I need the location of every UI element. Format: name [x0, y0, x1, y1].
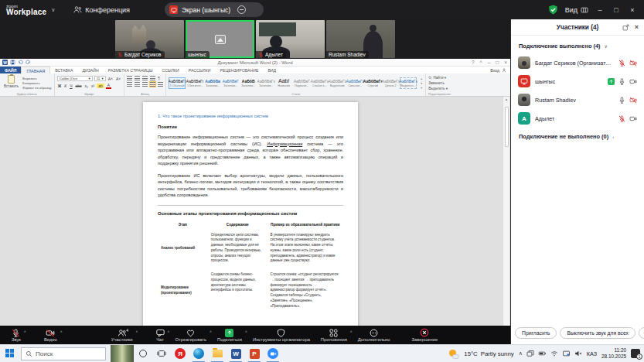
volume-muted-icon[interactable] — [574, 350, 582, 357]
logo-chevron-down-icon[interactable]: ∨ — [51, 7, 55, 13]
cut-button[interactable]: Вырезать — [22, 77, 52, 80]
underline-button[interactable]: Ч — [69, 84, 73, 88]
search-box[interactable]: Поиск — [21, 347, 106, 360]
document-page[interactable]: 1. Что такое проектирование информационн… — [143, 102, 358, 326]
align-left-button[interactable] — [127, 82, 132, 87]
help-icon[interactable]: ? — [472, 60, 475, 65]
camera-muted-icon[interactable] — [629, 97, 637, 104]
strikethrough-button[interactable]: abc — [74, 84, 82, 88]
tab-page-layout[interactable]: РАЗМЕТКА СТРАНИЦЫ — [104, 67, 158, 73]
style-normal[interactable]: АаБбВвГг1 Обычный — [169, 77, 186, 89]
video-menu-chevron[interactable]: ∧ — [60, 330, 63, 334]
format-painter-button[interactable]: Формат по образцу — [22, 86, 52, 90]
popout-icon[interactable] — [622, 24, 629, 31]
highlight-color-button[interactable]: ab — [97, 84, 104, 88]
connected-section-header[interactable]: Подключение выполнено (4)∨ — [511, 36, 644, 53]
camera-muted-icon[interactable] — [629, 60, 637, 67]
save-icon[interactable] — [10, 60, 15, 65]
style-intense-quote[interactable]: АаБбВвГзВыделенн... — [400, 77, 417, 89]
font-size-combo[interactable]: 11▾ — [94, 76, 106, 81]
participant-row-rustam[interactable]: Rustam Shadiev — [511, 90, 644, 109]
style-subtle-emphasis[interactable]: АаБбВвГзСлабое в... — [311, 78, 328, 88]
close-button[interactable]: × — [628, 6, 637, 14]
shrink-font-button[interactable]: A˅ — [115, 77, 121, 81]
mic-icon[interactable] — [618, 78, 625, 85]
camera-icon[interactable] — [629, 78, 637, 85]
superscript-button[interactable]: x² — [90, 84, 95, 88]
panel-more-button[interactable]: ··· — [639, 327, 644, 339]
window-stack-icon[interactable] — [526, 350, 534, 357]
word-close-icon[interactable]: × — [504, 60, 507, 65]
host-tools-button[interactable]: Инструменты организатора — [247, 328, 315, 343]
battery-icon[interactable] — [538, 350, 547, 357]
document-scrollbar[interactable]: ▲ — [503, 97, 509, 326]
start-button[interactable] — [5, 349, 15, 358]
more-button[interactable]: Дополнительно — [353, 328, 396, 343]
screen-share-pill[interactable]: Экран (шынгыс) — [165, 2, 264, 17]
grow-font-button[interactable]: A˄ — [107, 77, 114, 81]
tab-home[interactable]: ГЛАВНАЯ — [21, 67, 50, 73]
word-taskbar-button[interactable]: W — [227, 345, 245, 362]
weather-widget[interactable]: 15°C Partly sunny — [464, 350, 513, 357]
news-widget-thumbnail[interactable] — [111, 345, 134, 362]
numbering-button[interactable] — [135, 76, 140, 80]
video-thumbnail-rustam[interactable]: Rustam Shadiev — [326, 20, 395, 58]
maximize-button[interactable]: □ — [612, 6, 621, 14]
minimize-button[interactable]: – — [595, 6, 605, 14]
tray-expand-icon[interactable]: ∧ — [519, 350, 523, 357]
end-meeting-button[interactable]: Завершение — [407, 327, 444, 343]
video-button[interactable]: Видео∧ — [39, 328, 63, 343]
tab-mailings[interactable]: РАССЫЛКИ — [184, 67, 216, 73]
clock[interactable]: 11:20 28.10.2025 — [601, 347, 626, 360]
view-button[interactable]: Вид — [565, 6, 588, 14]
styles-gallery-scroll[interactable]: ▴▾▾ — [420, 74, 423, 91]
word-app-icon[interactable]: W — [2, 60, 8, 65]
participants-menu-chevron[interactable]: ∧ — [135, 330, 138, 334]
multilevel-list-button[interactable] — [142, 76, 148, 80]
subscript-button[interactable]: x₂ — [84, 84, 89, 88]
tab-references[interactable]: ССЫЛКИ — [158, 67, 184, 73]
participant-row-bagdat[interactable]: Багдат Сериков (Организатор, я) — [511, 53, 644, 72]
not-connected-section-header[interactable]: Подключение не выполнено (0)› — [511, 128, 644, 144]
audio-button[interactable]: Звук∧ — [6, 328, 26, 343]
style-heading4[interactable]: АаБбВвГзЗаголово... — [257, 78, 274, 88]
scrollbar-thumb[interactable] — [505, 107, 509, 147]
justify-button[interactable] — [150, 82, 155, 87]
yandex-browser-button[interactable]: Я — [171, 345, 189, 362]
audio-menu-chevron[interactable]: ∧ — [24, 330, 26, 334]
apps-button[interactable]: Приложения∧ — [315, 328, 353, 343]
replace-button[interactable]: Заменить — [428, 81, 448, 85]
tab-review[interactable]: РЕЦЕНЗИРОВАНИЕ — [216, 67, 264, 73]
find-button[interactable]: Найти ▾ — [428, 76, 448, 80]
display-icon[interactable] — [562, 350, 571, 357]
tab-design[interactable]: ДИЗАЙН — [77, 67, 103, 73]
style-heading2[interactable]: АаБбВвГЗаголово... — [222, 78, 239, 88]
zoom-taskbar-button[interactable] — [264, 345, 282, 362]
task-view-button[interactable] — [152, 345, 171, 362]
mic-muted-icon[interactable] — [618, 115, 625, 122]
bold-button[interactable]: Ж — [57, 84, 63, 88]
pilcrow-button[interactable]: ¶ — [158, 76, 160, 80]
italic-button[interactable]: К — [63, 84, 67, 88]
mic-icon[interactable] — [618, 97, 625, 104]
style-no-spacing[interactable]: АаБбВвГг1 Без инте... — [186, 78, 203, 88]
align-right-button[interactable] — [142, 82, 148, 87]
style-subtitle[interactable]: АаБбВвГПодзагол... — [293, 78, 310, 88]
paste-button[interactable]: Вставить — [2, 74, 20, 91]
video-thumbnail-bagdat[interactable]: Багдат Сериков — [115, 20, 184, 58]
style-quote2[interactable]: АаБбВвГзЦитата 2 — [382, 78, 399, 88]
align-center-button[interactable] — [135, 82, 140, 87]
mute-all-button[interactable]: Выключить звук для всех — [560, 327, 635, 339]
ribbon-options-icon[interactable]: ^ — [480, 60, 482, 65]
chat-button[interactable]: Чат∧ — [151, 328, 170, 343]
style-heading3[interactable]: АаБбВЗаголово... — [240, 78, 257, 88]
security-shield-icon[interactable] — [548, 5, 558, 15]
line-spacing-button[interactable] — [158, 82, 163, 87]
notification-center-button[interactable]: 1 — [631, 349, 640, 358]
camera-icon[interactable] — [629, 115, 637, 122]
video-thumbnail-shyngys[interactable]: шынгыс — [186, 20, 254, 58]
select-button[interactable]: Выделить ▾ — [428, 87, 448, 90]
wifi-icon[interactable] — [550, 350, 558, 357]
file-explorer-button[interactable] — [208, 345, 227, 362]
participant-row-adylet[interactable]: А Адылет — [511, 109, 644, 128]
